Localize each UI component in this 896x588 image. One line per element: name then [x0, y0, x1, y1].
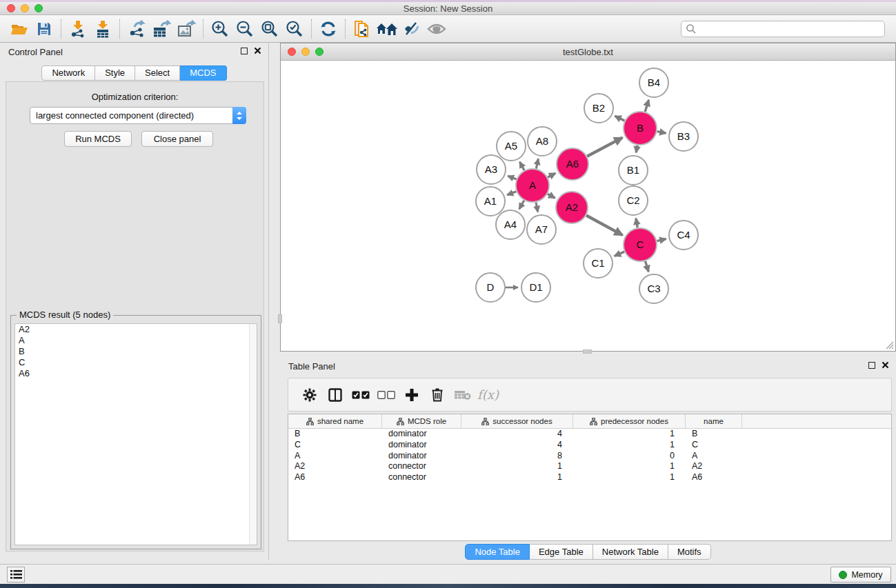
tab-edge-table[interactable]: Edge Table [530, 544, 593, 560]
search-input[interactable] [681, 21, 885, 37]
save-session-button[interactable] [32, 18, 57, 40]
criterion-select[interactable]: largest connected component (directed) [30, 107, 246, 124]
table-settings-button[interactable] [297, 388, 322, 402]
cell-MCDS-role[interactable]: dominator [382, 440, 461, 451]
cell-shared-name[interactable]: B [288, 429, 382, 440]
table-row[interactable]: A6connector11A6 [288, 472, 891, 483]
graph-edge-C-C4[interactable] [657, 239, 666, 241]
cell-MCDS-role[interactable]: dominator [382, 451, 461, 462]
nested-network-home-button[interactable] [375, 18, 399, 40]
result-item[interactable]: A [15, 335, 257, 346]
select-all-columns-button[interactable] [348, 391, 373, 399]
graph-edge-A-A6[interactable] [548, 173, 555, 177]
cell-MCDS-role[interactable]: dominator [382, 429, 461, 440]
table-row[interactable]: A2connector11A2 [288, 461, 891, 472]
minimize-window-button[interactable] [21, 4, 29, 12]
tab-style[interactable]: Style [95, 65, 135, 81]
cell-predecessor-nodes[interactable]: 1 [573, 429, 686, 440]
graph-edge-B-B4[interactable] [645, 100, 648, 112]
column-header-successor-nodes[interactable]: successor nodes [461, 414, 573, 428]
cell-successor-nodes[interactable]: 1 [461, 461, 573, 472]
vertical-scroll-nub[interactable] [278, 314, 282, 323]
show-column-pane-button[interactable] [322, 388, 348, 402]
cell-shared-name[interactable]: A [288, 451, 382, 462]
cell-predecessor-nodes[interactable]: 1 [573, 461, 686, 472]
tab-network-table[interactable]: Network Table [593, 544, 668, 560]
delete-columns-button[interactable] [424, 387, 450, 402]
import-table-button[interactable] [90, 18, 115, 40]
result-item[interactable]: C [15, 357, 257, 368]
deselect-all-columns-button[interactable] [373, 391, 399, 399]
export-image-button[interactable] [174, 18, 199, 40]
result-scrollbar-track[interactable] [249, 324, 257, 545]
horizontal-scroll-nub[interactable] [583, 349, 592, 354]
graph-edge-A2-C[interactable] [586, 215, 622, 235]
graph-edge-B-B3[interactable] [657, 132, 666, 133]
clone-network-button[interactable] [350, 18, 375, 40]
toggle-graphics-details-button[interactable] [399, 18, 424, 40]
cell-successor-nodes[interactable]: 8 [461, 451, 573, 462]
tab-mcds[interactable]: MCDS [180, 65, 226, 81]
memory-button[interactable]: Memory [830, 567, 891, 582]
open-session-button[interactable] [7, 18, 32, 40]
cell-shared-name[interactable]: A6 [288, 472, 382, 483]
close-panel-button[interactable]: Close panel [141, 131, 213, 147]
export-network-button[interactable] [124, 18, 149, 40]
network-minimize-button[interactable] [301, 48, 310, 56]
graph-edge-C-C2[interactable] [636, 219, 637, 228]
cell-successor-nodes[interactable]: 4 [461, 429, 573, 440]
zoom-window-button[interactable] [34, 4, 43, 12]
cell-shared-name[interactable]: C [288, 440, 382, 451]
cell-name[interactable]: A6 [686, 472, 742, 483]
apply-layout-button[interactable] [316, 18, 341, 40]
graph-edge-A-A1[interactable] [507, 192, 516, 195]
graph-edge-B-B2[interactable] [615, 116, 624, 121]
cell-predecessor-nodes[interactable]: 0 [573, 451, 686, 462]
column-header-MCDS-role[interactable]: MCDS role [382, 414, 461, 428]
graph-edge-A-A7[interactable] [536, 202, 538, 212]
tab-select[interactable]: Select [135, 65, 180, 81]
resize-grip-icon[interactable] [884, 340, 894, 349]
table-row[interactable]: Adominator80A [288, 451, 891, 462]
network-zoom-button[interactable] [315, 48, 323, 56]
run-mcds-button[interactable]: Run MCDS [64, 131, 132, 147]
table-row[interactable]: Cdominator41C [288, 440, 891, 451]
task-history-button[interactable] [7, 567, 25, 582]
network-close-button[interactable] [288, 48, 296, 56]
zoom-in-button[interactable] [208, 18, 232, 40]
mcds-result-list[interactable]: A2ABCA6 [14, 323, 257, 545]
graph-edge-A-A8[interactable] [536, 159, 538, 168]
graph-edge-A-A4[interactable] [519, 201, 524, 210]
cell-MCDS-role[interactable]: connector [382, 472, 461, 483]
export-table-button[interactable] [149, 18, 174, 40]
graph-edge-A6-B[interactable] [587, 138, 622, 156]
close-table-panel-icon[interactable] [882, 361, 889, 369]
zoom-out-button[interactable] [232, 18, 257, 40]
cell-name[interactable]: B [686, 429, 742, 440]
cell-successor-nodes[interactable]: 1 [461, 472, 573, 483]
graph-edge-C-C3[interactable] [645, 261, 648, 272]
cell-predecessor-nodes[interactable]: 1 [573, 440, 686, 451]
cell-successor-nodes[interactable]: 4 [461, 440, 573, 451]
result-item[interactable]: A2 [15, 324, 257, 335]
column-header-name[interactable]: name [686, 414, 742, 428]
table-row[interactable]: Bdominator41B [288, 429, 891, 440]
result-item[interactable]: B [15, 346, 257, 357]
cell-MCDS-role[interactable]: connector [382, 461, 461, 472]
network-window-titlebar[interactable]: testGlobe.txt [281, 43, 895, 61]
cell-name[interactable]: A [686, 451, 742, 462]
float-table-panel-icon[interactable] [868, 362, 875, 369]
tab-network[interactable]: Network [41, 65, 95, 81]
graph-edge-A-A5[interactable] [519, 162, 524, 170]
close-window-button[interactable] [7, 4, 15, 12]
graph-edge-B-B1[interactable] [636, 145, 637, 153]
result-item[interactable]: A6 [15, 368, 257, 379]
tab-motifs[interactable]: Motifs [668, 544, 711, 560]
zoom-fit-button[interactable] [257, 18, 282, 40]
import-network-button[interactable] [66, 18, 90, 40]
network-graph[interactable]: B4B2BB3A8A5A6A3B1AA1C2A2A4A7C4CC1C3DD1 [281, 61, 895, 351]
float-panel-icon[interactable] [241, 48, 248, 54]
graph-edge-A-A2[interactable] [548, 194, 555, 198]
tab-node-table[interactable]: Node Table [465, 544, 530, 560]
zoom-selected-button[interactable] [282, 18, 307, 40]
